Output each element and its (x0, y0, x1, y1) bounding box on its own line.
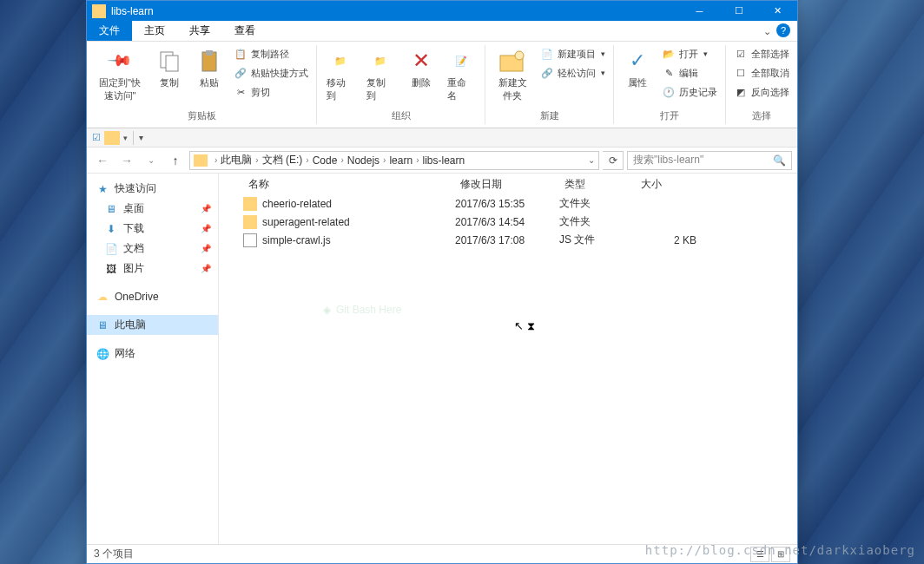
breadcrumb-item[interactable]: Nodejs (347, 154, 380, 167)
select-all-button[interactable]: ☑全部选择 (730, 45, 793, 62)
pin-to-quick-access-button[interactable]: 📌 固定到"快速访问" (91, 45, 148, 104)
help-icon[interactable]: ? (776, 23, 790, 37)
nav-quick-access[interactable]: ★快速访问 (87, 179, 218, 199)
breadcrumb-item[interactable]: learn (389, 154, 412, 167)
file-row[interactable]: simple-crawl.js 2017/6/3 17:08 JS 文件 2 K… (219, 231, 797, 249)
search-input[interactable]: 搜索"libs-learn" 🔍 (627, 151, 792, 170)
file-row[interactable]: cheerio-related 2017/6/3 15:35 文件夹 (219, 194, 797, 213)
svg-rect-3 (206, 50, 213, 56)
nav-this-pc[interactable]: 🖥此电脑 (87, 315, 218, 335)
desktop-icon: 🖥 (104, 202, 118, 216)
forward-button[interactable]: → (116, 150, 137, 171)
invert-selection-button[interactable]: ◩反向选择 (730, 83, 793, 101)
pin-icon: 📌 (201, 224, 211, 233)
history-icon: 🕐 (662, 85, 676, 99)
recent-locations-button[interactable]: ⌄ (141, 150, 162, 171)
documents-icon: 📄 (104, 242, 118, 256)
select-none-button[interactable]: ☐全部取消 (730, 64, 793, 82)
status-text: 3 个项目 (94, 547, 134, 561)
paste-button[interactable]: 粘贴 (190, 45, 228, 91)
cut-button[interactable]: ✂剪切 (230, 83, 312, 101)
pin-icon: 📌 (201, 264, 211, 273)
move-icon: 📁 (327, 47, 354, 75)
tab-file[interactable]: 文件 (87, 21, 132, 41)
new-folder-button[interactable]: 新建文件夹 (490, 45, 535, 104)
quick-access-toolbar: ☑ ▾ ▾ (87, 128, 797, 148)
pin-icon: 📌 (201, 244, 211, 253)
new-item-button[interactable]: 📄新建项目▾ (537, 45, 609, 62)
selectall-icon: ☑ (734, 47, 748, 61)
nav-onedrive[interactable]: ☁OneDrive (87, 287, 218, 306)
invert-icon: ◩ (734, 85, 748, 99)
pin-icon: 📌 (201, 204, 211, 213)
ribbon-group-select: ☑全部选择 ☐全部取消 ◩反向选择 选择 (726, 45, 797, 124)
breadcrumb-item[interactable]: 此电脑 (221, 153, 252, 167)
qat-folder-icon[interactable] (104, 131, 120, 145)
copy-icon (155, 47, 183, 75)
rename-button[interactable]: 📝重命名 (442, 45, 480, 104)
file-list-pane: 名称 修改日期 类型 大小 cheerio-related 2017/6/3 1… (219, 174, 797, 544)
nav-desktop[interactable]: 🖥桌面📌 (87, 199, 218, 219)
open-icon: 📂 (662, 47, 676, 61)
ribbon-collapse-icon[interactable]: ⌄ (763, 26, 771, 37)
copy-to-button[interactable]: 📁复制到 (361, 45, 399, 104)
copy-path-button[interactable]: 📋复制路径 (230, 45, 312, 62)
delete-button[interactable]: ✕删除 (402, 45, 440, 91)
nav-downloads[interactable]: ⬇下载📌 (87, 219, 218, 239)
properties-button[interactable]: ✓属性 (618, 45, 657, 91)
qat-dropdown-icon[interactable]: ▾ (123, 134, 128, 142)
address-bar-row: ← → ⌄ ↑ › 此电脑› 文档 (E:)› Code› Nodejs› le… (87, 148, 797, 174)
edit-button[interactable]: ✎编辑 (658, 64, 721, 82)
breadcrumb-item[interactable]: Code (313, 154, 338, 167)
watermark: http://blog.csdn.net/darkxiaoberg (645, 543, 915, 557)
close-button[interactable]: ✕ (758, 1, 797, 21)
explorer-window: libs-learn ─ ☐ ✕ 文件 主页 共享 查看 ⌄ ? 📌 固定到"快… (86, 0, 798, 564)
tab-share[interactable]: 共享 (177, 21, 222, 41)
shortcut-icon: 🔗 (234, 66, 248, 80)
file-row[interactable]: superagent-related 2017/6/3 14:54 文件夹 (219, 213, 797, 231)
star-icon: ★ (96, 182, 109, 196)
easyaccess-icon: 🔗 (540, 66, 554, 80)
rename-icon: 📝 (447, 47, 475, 75)
history-button[interactable]: 🕐历史记录 (658, 83, 721, 101)
column-size[interactable]: 大小 (636, 177, 705, 192)
refresh-button[interactable]: ⟳ (603, 151, 624, 170)
column-type[interactable]: 类型 (559, 177, 636, 192)
newfolder-icon (498, 47, 526, 75)
breadcrumb-item[interactable]: 文档 (E:) (262, 153, 303, 167)
breadcrumb[interactable]: › 此电脑› 文档 (E:)› Code› Nodejs› learn› lib… (189, 151, 599, 170)
move-to-button[interactable]: 📁移动到 (321, 45, 360, 104)
pin-icon: 📌 (106, 47, 133, 74)
column-name[interactable]: 名称 (243, 177, 455, 192)
tab-view[interactable]: 查看 (222, 21, 267, 41)
network-icon: 🌐 (96, 347, 109, 361)
chevron-down-icon[interactable]: ⌄ (588, 155, 595, 165)
nav-documents[interactable]: 📄文档📌 (87, 239, 218, 259)
ribbon-group-organize: 📁移动到 📁复制到 ✕删除 📝重命名 组织 (317, 45, 485, 124)
edit-icon: ✎ (662, 66, 676, 80)
copy-button[interactable]: 复制 (150, 45, 188, 91)
nav-pictures[interactable]: 🖼图片📌 (87, 259, 218, 279)
copyto-icon: 📁 (366, 47, 394, 75)
pictures-icon: 🖼 (104, 262, 118, 276)
open-button[interactable]: 📂打开▾ (658, 45, 721, 62)
easy-access-button[interactable]: 🔗轻松访问▾ (537, 64, 609, 82)
properties-icon: ✓ (624, 47, 651, 75)
newitem-icon: 📄 (540, 47, 554, 61)
breadcrumb-item[interactable]: libs-learn (422, 154, 465, 167)
search-icon: 🔍 (773, 154, 786, 167)
column-date[interactable]: 修改日期 (455, 177, 559, 192)
qat-overflow-icon[interactable]: ▾ (139, 133, 143, 142)
back-button[interactable]: ← (92, 150, 113, 171)
js-file-icon (243, 233, 257, 247)
ribbon-group-new: 新建文件夹 📄新建项目▾ 🔗轻松访问▾ 新建 (485, 45, 614, 124)
minimize-button[interactable]: ─ (680, 1, 719, 21)
tab-home[interactable]: 主页 (132, 21, 177, 41)
window-controls: ─ ☐ ✕ (680, 1, 797, 21)
nav-network[interactable]: 🌐网络 (87, 344, 218, 364)
titlebar: libs-learn ─ ☐ ✕ (87, 1, 797, 21)
maximize-button[interactable]: ☐ (719, 1, 758, 21)
paste-shortcut-button[interactable]: 🔗粘贴快捷方式 (230, 64, 312, 82)
breadcrumb-folder-icon (194, 154, 208, 167)
up-button[interactable]: ↑ (165, 150, 186, 171)
